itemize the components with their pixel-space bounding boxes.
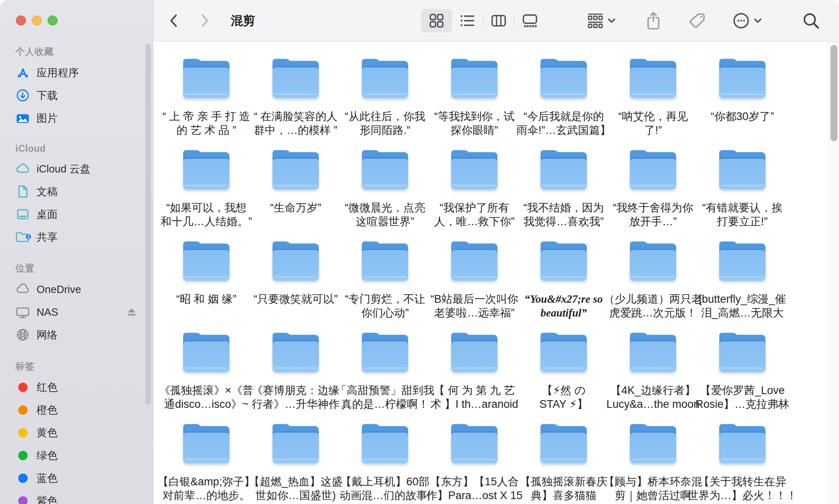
sidebar-item-下载[interactable]: 下载 [9,84,143,107]
folder-item[interactable]: 《赛博朋克：边缘 行者》…升华神作 [255,333,336,424]
content-scrollbar-track[interactable] [828,42,839,504]
minimize-button[interactable] [32,15,42,26]
folder-item[interactable]: “B站最后一次叫你 老婆啦…远幸福” [434,241,515,333]
folder-item[interactable]: 【 何 为 第 九 艺 术 】I th…aranoid [434,333,515,424]
folder-item[interactable]: “只要微笑就可以” [255,241,336,333]
folder-name-line1: “等我找到你，试 [434,110,515,123]
folder-name: “B站最后一次叫你 老婆啦…远幸福” [430,292,518,320]
sidebar-item-NAS[interactable]: NAS [9,301,143,323]
folder-item[interactable]: “昭 和 姻 缘” [166,241,247,333]
folder-item[interactable]: 【东方】【15人合 作】Para…ost X 15 [434,424,515,504]
sidebar-item-橙色[interactable]: 橙色 [9,398,143,421]
folder-icon [539,424,588,465]
group-button[interactable] [584,9,618,32]
sidebar-item-共享[interactable]: 共享 [9,226,143,248]
folder-item[interactable]: “我终于舍得为你 放开手…” [612,150,694,241]
folder-name: 【⚡然 の STAY ⚡】 [539,383,588,411]
more-icon [732,11,750,30]
folder-icon [182,424,231,465]
folder-icon [182,241,231,282]
folder-item[interactable]: 【孤独摇滚新春庆 典】喜多猫猫 [523,424,604,504]
folder-item[interactable]: 【关于我转生在异 世界为…】必火！！！ [702,424,783,504]
zoom-button[interactable] [48,15,58,26]
gallery-view-button[interactable] [515,9,545,32]
sidebar-scrollbar[interactable] [145,44,151,405]
close-button[interactable] [16,15,26,26]
folder-name: “ 上 帝 亲 手 打 造 的 艺 术 品 ” [162,110,250,137]
folder-name-line1: 【东方】【15人合 [426,475,522,489]
folder-item[interactable]: “如果可以，我想 和十几…人结婚。” [166,150,247,241]
sidebar-item-label: 橙色 [37,403,58,417]
folder-item[interactable]: “今后我就是你的 雨伞!”…玄武国篇】 [523,59,604,150]
sidebar-item-绿色[interactable]: 绿色 [9,444,143,467]
eject-icon[interactable] [125,306,138,318]
back-button[interactable] [165,9,183,32]
sidebar-item-OneDrive[interactable]: OneDrive [9,278,143,301]
sidebar-item-桌面[interactable]: 桌面 [9,203,143,226]
folder-item[interactable]: 【4K_边缘行者】 Lucy&a…the moon [612,333,694,424]
more-button[interactable] [729,9,764,32]
grid-view-icon [428,12,445,29]
folder-item[interactable]: 【顾与】桥本环奈混 剪｜她曾活过啊 [612,424,694,504]
folder-item[interactable]: 【超燃_热血】这盛 世如你…国盛世) [255,424,336,504]
folder-name-line2: Rosie】…克拉弗林 [695,397,789,411]
folder-item[interactable]: 【爱你罗茜_Love Rosie】…克拉弗林 [702,333,783,424]
sidebar-item-紫色[interactable]: 紫色 [9,489,143,504]
search-button[interactable] [799,9,823,32]
share-button[interactable] [642,9,665,32]
window-controls [16,15,58,26]
sidebar-item-iCloud-云盘[interactable]: iCloud 云盘 [9,157,143,180]
toolbar: 混剪 [154,0,839,42]
sidebar-item-蓝色[interactable]: 蓝色 [9,467,143,489]
folder-item[interactable]: “有错就要认，挨 打要立正!” [702,150,783,241]
folder-icon [361,150,409,191]
folder-item[interactable]: “我不结婚，因为 我觉得…喜欢我” [523,150,604,241]
folder-item[interactable]: 【戴上耳机】60部 动画混…们的故事! [344,424,426,504]
folder-name: “我终于舍得为你 放开手…” [613,201,693,228]
sidebar-item-图片[interactable]: 图片 [9,107,143,129]
folder-item[interactable]: [butterfly_综漫_催 泪_高燃…无限大 [702,241,783,333]
folder-grid: “ 上 帝 亲 手 打 造 的 艺 术 品 ” “ 在满脸笑容的人 群中，…的模… [166,59,828,504]
folder-item[interactable]: “生命万岁” [255,150,336,241]
folder-item[interactable]: 【⚡然 の STAY ⚡】 [523,333,604,424]
sidebar-item-红色[interactable]: 红色 [9,376,143,398]
folder-name-line2: 通disco…isco》~ [159,397,253,411]
sidebar-item-label: iCloud 云盘 [37,162,91,176]
folder-name: 《孤独摇滚》×《普 通disco…isco》~ [159,383,253,411]
folder-item[interactable]: “ 上 帝 亲 手 打 造 的 艺 术 品 ” [166,59,247,150]
folder-item[interactable]: “You&#x27;re so beautiful” [523,241,604,333]
sidebar-item-文稿[interactable]: 文稿 [9,180,143,203]
shared-folder-icon [15,230,31,244]
folder-item[interactable]: “呐艾伦，再见 了!” [612,59,694,150]
folder-item[interactable]: “从此往后，你我 形同陌路.” [344,59,426,150]
folder-item[interactable]: “微微晨光，点亮 这喧嚣世界” [344,150,426,241]
sidebar: 个人收藏 应用程序 下载 图片 iCloud iCloud 云盘 文稿 桌面 共… [0,0,154,504]
sidebar-item-label: 网络 [37,328,58,342]
folder-name-line1: “我不结婚，因为 [523,201,604,215]
column-view-button[interactable] [483,9,514,32]
folder-item[interactable]: “ 在满脸笑容的人 群中，…的模样 ” [255,59,336,150]
folder-item[interactable]: “等我找到你，试 探你眼睛” [434,59,515,150]
forward-button[interactable] [196,9,214,32]
sidebar-item-网络[interactable]: 网络 [9,323,143,346]
list-view-button[interactable] [452,9,483,32]
folder-name: “微微晨光，点亮 这喧嚣世界” [345,201,425,228]
sidebar-item-应用程序[interactable]: 应用程序 [9,61,143,84]
tags-button[interactable] [685,9,709,32]
folder-item[interactable]: “专门剪烂，不让 你们心动” [344,241,426,333]
folder-item[interactable]: “我保护了所有 人，唯…救下你” [434,150,515,241]
sidebar-item-黄色[interactable]: 黄色 [9,421,143,444]
folder-item[interactable]: 《孤独摇滚》×《普 通disco…isco》~ [166,333,247,424]
folder-name-line2: 典】喜多猫猫 [520,489,608,502]
content-scrollbar-thumb[interactable] [830,45,837,141]
folder-name-line2: 这喧嚣世界” [345,215,425,228]
folder-icon [450,333,499,373]
folder-name: “呐艾伦，再见 了!” [618,110,688,137]
folder-icon [450,424,499,465]
folder-item[interactable]: （少儿频道）两只老 虎爱跳…次元版！ [612,241,694,333]
folder-item[interactable]: 【白银&amp;弥子】 对前辈…的地步。 [166,424,247,504]
folder-icon [450,150,499,191]
icon-view-button[interactable] [421,9,452,32]
folder-item[interactable]: 「高甜预警」甜到我 真的是…柠檬啊！ [344,333,426,424]
folder-item[interactable]: “你都30岁了” [702,59,783,150]
